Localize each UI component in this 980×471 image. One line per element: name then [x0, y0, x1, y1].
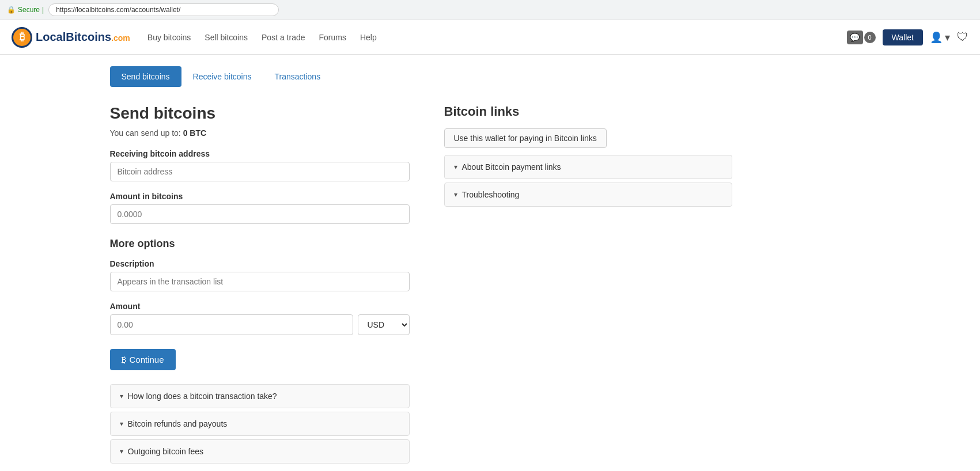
more-options-title: More options	[110, 238, 410, 250]
logo[interactable]: ₿ LocalBitcoins.com	[12, 27, 130, 48]
accordion-label: About Bitcoin payment links	[462, 162, 561, 172]
tabs: Send bitcoins Receive bitcoins Transacti…	[110, 66, 871, 87]
page-title: Send bitcoins	[110, 104, 410, 123]
receiving-address-group: Receiving bitcoin address	[110, 149, 410, 181]
description-input[interactable]	[110, 272, 410, 291]
amount-group: Amount USD EUR GBP BTC	[110, 302, 410, 335]
description-group: Description	[110, 259, 410, 291]
limit-value: 0 BTC	[183, 128, 206, 138]
right-panel: Bitcoin links Use this wallet for paying…	[444, 104, 871, 467]
lock-icon: 🔒	[7, 6, 16, 14]
nav-post-trade[interactable]: Post a trade	[262, 33, 305, 42]
chat-badge: 0	[864, 32, 876, 43]
nav-links: Buy bitcoins Sell bitcoins Post a trade …	[147, 33, 847, 42]
nav-sell-bitcoins[interactable]: Sell bitcoins	[205, 33, 248, 42]
amount-row: USD EUR GBP BTC	[110, 314, 410, 335]
main-layout: Send bitcoins You can send up to: 0 BTC …	[110, 104, 871, 467]
send-limit: You can send up to: 0 BTC	[110, 128, 410, 138]
chevron-icon: ▾	[120, 447, 123, 455]
nav-right: 💬 0 Wallet 👤 ▾ 🛡	[847, 29, 968, 45]
nav-help[interactable]: Help	[360, 33, 377, 42]
wallet-button[interactable]: Wallet	[883, 29, 923, 45]
browser-bar: 🔒 Secure | https://localbitcoins.com/acc…	[0, 0, 980, 20]
page-content: Send bitcoins Receive bitcoins Transacti…	[87, 55, 894, 471]
amount-btc-label: Amount in bitcoins	[110, 192, 410, 201]
tab-transactions[interactable]: Transactions	[263, 66, 332, 87]
amount-btc-input[interactable]	[110, 204, 410, 224]
chevron-icon: ▾	[454, 163, 457, 171]
accordion-label: Bitcoin refunds and payouts	[128, 419, 228, 428]
url-bar[interactable]: https://localbitcoins.com/accounts/walle…	[48, 3, 279, 16]
accordion-about-links[interactable]: ▾ About Bitcoin payment links	[444, 155, 732, 179]
receiving-address-input[interactable]	[110, 162, 410, 181]
continue-label: Continue	[130, 355, 164, 364]
accordion-label: How long does a bitcoin transaction take…	[128, 392, 277, 401]
chat-icon-wrapper[interactable]: 💬 0	[847, 31, 876, 44]
user-icon: 👤	[930, 31, 943, 44]
logo-icon: ₿	[12, 27, 32, 48]
separator: |	[42, 6, 44, 14]
secure-label: Secure	[18, 6, 40, 14]
user-menu[interactable]: 👤 ▾	[930, 31, 950, 44]
chevron-icon: ▾	[120, 420, 123, 428]
continue-button[interactable]: ₿ Continue	[110, 349, 176, 370]
receiving-address-label: Receiving bitcoin address	[110, 149, 410, 158]
left-panel: Send bitcoins You can send up to: 0 BTC …	[110, 104, 410, 467]
chevron-icon: ▾	[120, 392, 123, 400]
tab-send-bitcoins[interactable]: Send bitcoins	[110, 66, 181, 87]
description-label: Description	[110, 259, 410, 268]
amount-input[interactable]	[110, 314, 353, 335]
amount-btc-group: Amount in bitcoins	[110, 192, 410, 224]
chevron-icon: ▾	[454, 191, 457, 199]
currency-select[interactable]: USD EUR GBP BTC	[358, 314, 410, 335]
nav-buy-bitcoins[interactable]: Buy bitcoins	[147, 33, 191, 42]
secure-badge: 🔒 Secure |	[7, 6, 44, 14]
use-wallet-button[interactable]: Use this wallet for paying in Bitcoin li…	[444, 128, 607, 148]
shield-icon[interactable]: 🛡	[957, 31, 968, 44]
logo-text: LocalBitcoins.com	[36, 31, 130, 44]
accordion-troubleshooting[interactable]: ▾ Troubleshooting	[444, 183, 732, 207]
amount-label: Amount	[110, 302, 410, 311]
tab-receive-bitcoins[interactable]: Receive bitcoins	[181, 66, 263, 87]
accordion-label: Outgoing bitcoin fees	[128, 447, 204, 456]
accordion-fees[interactable]: ▾ Outgoing bitcoin fees	[110, 439, 410, 464]
accordion-refunds[interactable]: ▾ Bitcoin refunds and payouts	[110, 412, 410, 436]
accordion-label: Troubleshooting	[462, 190, 520, 199]
chevron-down-icon: ▾	[945, 31, 950, 44]
bitcoin-icon: ₿	[122, 355, 126, 364]
accordion-transaction-time[interactable]: ▾ How long does a bitcoin transaction ta…	[110, 384, 410, 408]
nav-forums[interactable]: Forums	[319, 33, 346, 42]
navbar: ₿ LocalBitcoins.com Buy bitcoins Sell bi…	[0, 20, 980, 55]
chat-icon: 💬	[847, 31, 863, 44]
bitcoin-links-title: Bitcoin links	[444, 104, 871, 119]
